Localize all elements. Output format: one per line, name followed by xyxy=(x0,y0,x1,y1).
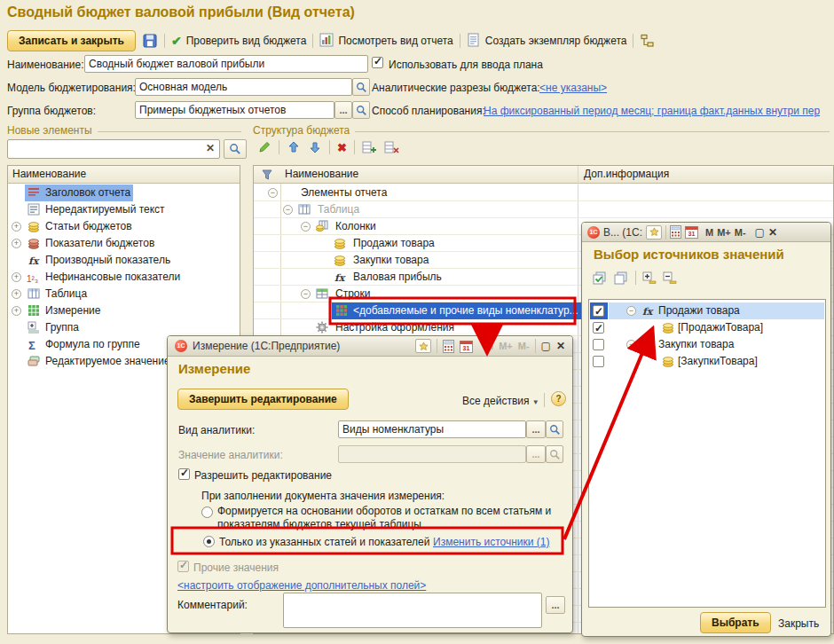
expand-icon[interactable]: + xyxy=(12,239,21,248)
name-input[interactable] xyxy=(84,55,368,73)
finish-editing-button[interactable]: Завершить редактирование xyxy=(177,389,349,410)
use-for-plan-label: Использовать для ввода плана xyxy=(389,59,543,71)
edit-pencil-icon[interactable] xyxy=(257,140,271,154)
page-title: Сводный бюджет валовой прибыли (Вид отче… xyxy=(7,4,355,20)
preview-report-button[interactable]: Посмотреть вид отчета xyxy=(319,33,452,50)
verify-budget-button[interactable]: ✔ Проверить вид бюджета xyxy=(171,35,306,47)
model-search-button[interactable] xyxy=(352,78,370,96)
remove-node-icon[interactable] xyxy=(384,140,399,154)
comment-textarea[interactable] xyxy=(283,593,542,628)
budget-group-choose-button[interactable]: ... xyxy=(334,101,352,119)
radio-from-turnovers[interactable] xyxy=(201,507,213,518)
planning-method-link[interactable]: На фиксированный период месяц; граница ф… xyxy=(484,105,834,117)
budget-group-search-button[interactable] xyxy=(352,101,370,119)
memory-mplus-button[interactable]: M+ xyxy=(717,227,731,238)
expand-icon[interactable]: + xyxy=(12,272,21,282)
radio-only-selected[interactable] xyxy=(203,536,215,547)
expand-icon[interactable]: + xyxy=(12,222,21,232)
tree-item-table[interactable]: + Таблица xyxy=(8,286,240,302)
move-down-icon[interactable] xyxy=(308,140,322,154)
all-actions-button[interactable]: Все действия ▼ xyxy=(462,395,539,407)
sources-dialog-titlebar[interactable]: 1С В... (1С: 31 M M+ M- ▢ ✕ xyxy=(582,223,830,242)
delete-icon[interactable]: ✖ xyxy=(337,142,347,153)
calendar-icon[interactable]: 31 xyxy=(685,225,698,239)
source-checkbox[interactable] xyxy=(593,322,604,334)
memory-mplus-button[interactable]: M+ xyxy=(499,341,513,351)
model-input[interactable] xyxy=(135,78,352,96)
select-button[interactable]: Выбрать xyxy=(700,612,771,633)
memory-mminus-button[interactable]: M- xyxy=(735,227,746,238)
expand-icon[interactable]: + xyxy=(12,289,21,299)
budget-group-input[interactable] xyxy=(135,101,334,119)
change-sources-link[interactable]: Изменить источники (1) xyxy=(433,536,549,548)
use-for-plan-checkbox[interactable] xyxy=(372,57,383,68)
tree-item-static-text[interactable]: Нередактируемый текст xyxy=(8,201,240,218)
clear-search-icon[interactable]: ✕ xyxy=(206,142,215,154)
favorites-star-icon[interactable] xyxy=(646,225,662,240)
column-header-name: Наименование xyxy=(8,168,86,180)
comment-choose-button[interactable]: ... xyxy=(546,596,565,614)
close-icon[interactable]: ✕ xyxy=(768,227,777,238)
extra-fields-link[interactable]: <настроить отображение дополнительных по… xyxy=(177,579,426,592)
collapse-icon[interactable]: − xyxy=(626,306,636,316)
tree-item-budget-indicators[interactable]: + Показатели бюджетов xyxy=(8,235,240,252)
allow-edit-checkbox[interactable] xyxy=(178,468,190,480)
filter-icon[interactable] xyxy=(261,169,273,181)
dimension-grid-icon xyxy=(28,304,40,317)
tree-item-group[interactable]: Группа xyxy=(8,319,240,336)
save-close-button[interactable]: Записать и закрыть xyxy=(7,30,136,51)
help-icon[interactable]: ? xyxy=(551,391,566,406)
maximize-icon[interactable]: ▢ xyxy=(541,341,551,351)
add-node-icon[interactable] xyxy=(362,140,377,154)
uncheck-all-icon[interactable] xyxy=(614,271,629,285)
analytics-link[interactable]: <не указаны> xyxy=(539,82,607,94)
source-checkbox[interactable] xyxy=(593,356,604,367)
toolbar-separator xyxy=(633,34,633,48)
expand-all-icon[interactable] xyxy=(642,271,657,285)
collapse-icon[interactable]: − xyxy=(301,222,311,232)
hierarchy-icon[interactable] xyxy=(640,34,656,48)
dimension-dialog-titlebar[interactable]: 1С Измерение (1С:Предприятие) 31 M M+ M-… xyxy=(168,336,572,357)
collapse-icon[interactable]: − xyxy=(301,289,311,299)
tree-item-nonfinancial[interactable]: + 1²₃ Нефинансовые показатели xyxy=(8,269,240,286)
source-row-purchases[interactable]: − fx Закупки товара xyxy=(589,336,825,353)
source-row-sales[interactable]: − fx Продажи товара xyxy=(589,302,825,319)
analytics-kind-input[interactable] xyxy=(338,420,526,438)
memory-mminus-button[interactable]: M- xyxy=(518,341,530,351)
maximize-icon[interactable]: ▢ xyxy=(755,227,765,238)
document-icon xyxy=(467,33,481,50)
collapse-all-icon[interactable] xyxy=(663,271,677,285)
analytics-kind-search-button[interactable] xyxy=(546,420,563,438)
memory-m-button[interactable]: M xyxy=(705,227,713,238)
calculator-icon[interactable] xyxy=(443,340,454,353)
close-button[interactable]: Закрыть xyxy=(778,617,819,630)
structure-row-report-elements[interactable]: − Элементы отчета xyxy=(254,185,833,201)
tree-item-budget-items[interactable]: + Статьи бюджетов xyxy=(8,218,240,235)
calculator-icon[interactable] xyxy=(670,225,681,239)
tree-item-report-header[interactable]: Заголовок отчета xyxy=(8,185,240,201)
expand-icon[interactable]: + xyxy=(12,306,21,316)
source-checkbox[interactable] xyxy=(593,305,604,317)
source-row-sales-value[interactable]: [ПродажиТовара] xyxy=(589,319,825,336)
source-checkbox[interactable] xyxy=(593,339,604,350)
create-instance-button[interactable]: Создать экземпляр бюджета xyxy=(467,33,627,50)
check-all-icon[interactable] xyxy=(593,271,608,285)
close-icon[interactable]: ✕ xyxy=(556,341,565,351)
collapse-icon[interactable]: − xyxy=(626,340,636,349)
analytics-kind-choose-button[interactable]: ... xyxy=(526,420,546,438)
table-icon xyxy=(298,203,311,216)
tree-item-derived-indicator[interactable]: fx Производный показатель xyxy=(8,252,240,269)
search-button[interactable] xyxy=(224,139,247,159)
favorites-star-icon[interactable] xyxy=(415,339,431,353)
column-header-name: Наименование xyxy=(285,166,358,183)
collapse-icon[interactable]: − xyxy=(268,188,278,198)
search-input[interactable] xyxy=(7,139,220,159)
save-icon[interactable] xyxy=(142,33,158,49)
structure-row-table[interactable]: − Таблица xyxy=(254,201,833,218)
collapse-icon[interactable]: − xyxy=(283,205,293,215)
calendar-icon[interactable]: 31 xyxy=(460,340,473,353)
move-up-icon[interactable] xyxy=(287,140,301,154)
memory-m-button[interactable]: M xyxy=(485,341,493,351)
tree-item-dimension[interactable]: + Измерение xyxy=(8,302,240,319)
source-row-purchases-value[interactable]: [ЗакупкиТовара] xyxy=(589,353,825,370)
